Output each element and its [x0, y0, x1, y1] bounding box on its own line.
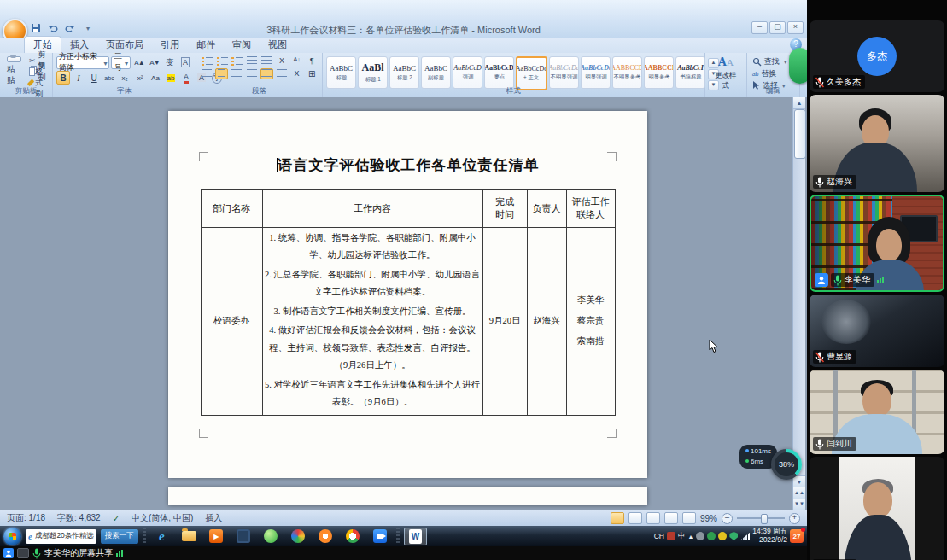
fullscreen-view-button[interactable] [628, 512, 642, 524]
bullets-button[interactable] [200, 55, 213, 67]
participant-tile-active-speaker[interactable]: 李美华 [810, 195, 944, 292]
line-spacing-button[interactable] [275, 68, 289, 79]
calendar-icon[interactable]: 27 [790, 529, 804, 543]
grow-font-button[interactable] [132, 55, 146, 69]
hidden-icons-arrow-icon[interactable]: ▲ [687, 534, 693, 540]
participant-tile[interactable]: 赵海兴 [810, 95, 944, 192]
participant-tile[interactable]: 马占杰 [810, 457, 944, 560]
style-item[interactable]: AaBbCcDd不明显强调 [549, 56, 579, 89]
tray-device-icon[interactable] [696, 532, 704, 540]
style-item[interactable]: AaBbCcI书籍标题 [675, 56, 705, 89]
zoom-out-icon[interactable]: – [722, 513, 733, 524]
participant-tile[interactable]: 曹昱源 [810, 295, 944, 367]
scroll-down-icon[interactable]: ▼ [793, 475, 805, 487]
media-player-taskbar-icon[interactable]: ▶ [205, 528, 228, 545]
asian-layout-button[interactable] [275, 55, 289, 67]
word-count[interactable]: 字数: 4,632 [57, 512, 101, 524]
ie-taskbar-icon[interactable]: e [150, 528, 173, 545]
page-indicator[interactable]: 页面: 1/18 [7, 512, 45, 524]
security-shield-icon[interactable] [729, 532, 738, 540]
video-app-taskbar-icon[interactable] [232, 528, 255, 545]
print-layout-view-button[interactable] [611, 512, 624, 524]
style-item[interactable]: AaBbC副标题 [421, 56, 451, 89]
style-item[interactable]: AaBbCcD强调 [453, 56, 482, 89]
paste-button[interactable]: 粘贴 [3, 55, 25, 87]
subscript-button[interactable] [118, 71, 132, 85]
shrink-font-button[interactable] [148, 55, 161, 69]
cpu-usage-ring[interactable]: 38% [771, 449, 802, 480]
decrease-indent-button[interactable] [245, 55, 259, 67]
font-color-button[interactable] [179, 71, 193, 85]
font-size-select[interactable]: 二号 [111, 56, 131, 69]
align-center-button[interactable] [215, 68, 229, 79]
start-button[interactable] [3, 528, 21, 545]
taskbar-search-input[interactable]: e 成都超20条作精选 [26, 529, 96, 544]
character-border-button[interactable] [178, 55, 192, 69]
insert-mode[interactable]: 插入 [205, 512, 222, 524]
superscript-button[interactable] [133, 71, 147, 85]
maximize-button[interactable]: ▢ [769, 21, 786, 34]
style-item[interactable]: AABBCCI明显参考 [644, 56, 674, 89]
ime-icon[interactable] [667, 532, 675, 540]
scrollbar-thumb[interactable] [794, 109, 806, 159]
document-area[interactable]: 语言文字评估验收工作各单位责任清单 部门名称 工作内容 完成 时间 负责人 评估… [0, 97, 807, 510]
participant-tile[interactable]: 闫到川 [810, 370, 944, 454]
zoom-level[interactable]: 99% [700, 514, 717, 523]
spellcheck-icon[interactable]: ✓ [113, 514, 120, 523]
minimize-button[interactable]: – [751, 21, 768, 34]
highlight-button[interactable] [164, 71, 178, 85]
previous-page-button[interactable]: ▲▲ [793, 487, 805, 499]
tab-mailings[interactable]: 邮件 [188, 37, 224, 53]
underline-button[interactable] [87, 71, 101, 85]
distribute-button[interactable] [260, 68, 274, 79]
bold-button[interactable] [56, 71, 70, 85]
language-indicator[interactable]: 中文(简体, 中国) [132, 512, 193, 524]
close-button[interactable]: × [787, 21, 804, 34]
browser-chrome-taskbar-icon[interactable] [342, 528, 365, 545]
browser-swirl-taskbar-icon[interactable] [287, 528, 310, 545]
show-marks-button[interactable] [305, 55, 319, 67]
outline-view-button[interactable] [664, 512, 678, 524]
style-item[interactable]: AaBbC标题 [326, 56, 356, 89]
tray-green-icon[interactable] [707, 532, 716, 540]
tab-references[interactable]: 引用 [152, 37, 188, 53]
search-button[interactable]: 搜索一下 [101, 529, 138, 544]
phonetic-guide-button[interactable] [163, 55, 177, 69]
multilevel-list-button[interactable] [230, 55, 243, 67]
borders-button[interactable] [305, 68, 319, 79]
shading-button[interactable] [290, 68, 304, 79]
tab-page-layout[interactable]: 页面布局 [97, 37, 152, 53]
floating-assistant-ball[interactable] [789, 48, 807, 84]
italic-button[interactable] [72, 71, 85, 85]
ime-mode-indicator[interactable]: 中 [678, 531, 686, 541]
browser-orange-taskbar-icon[interactable] [314, 528, 337, 545]
zoom-in-icon[interactable]: + [789, 513, 800, 524]
tray-yellow-icon[interactable] [718, 532, 727, 540]
next-page-button[interactable]: ▼▼ [793, 499, 805, 510]
zoom-slider[interactable] [737, 517, 785, 519]
web-layout-view-button[interactable] [646, 512, 660, 524]
increase-indent-button[interactable] [260, 55, 274, 67]
word-taskbar-icon[interactable]: W [404, 528, 427, 545]
style-item[interactable]: AABBCCD不明显参考 [612, 56, 642, 89]
tray-clock[interactable]: 14:39 周五 2022/9/2 [752, 528, 787, 545]
vertical-scrollbar[interactable]: ▲ ▼ ▲▲ ▼▼ [792, 97, 805, 510]
meeting-app-taskbar-icon[interactable] [369, 528, 392, 545]
sort-button[interactable] [290, 55, 304, 67]
zoom-slider-thumb[interactable] [761, 514, 768, 524]
change-styles-button[interactable]: AA 更改样式 [709, 55, 743, 103]
style-item[interactable]: AaBbCcD要点 [484, 56, 514, 89]
justify-button[interactable] [245, 68, 259, 79]
strikethrough-button[interactable] [102, 71, 116, 85]
document-page[interactable]: 语言文字评估验收工作各单位责任清单 部门名称 工作内容 完成 时间 负责人 评估… [168, 111, 647, 478]
style-item[interactable]: AaBbC标题 2 [389, 56, 419, 89]
explorer-taskbar-icon[interactable] [178, 528, 201, 545]
change-case-button[interactable] [149, 71, 162, 85]
align-left-button[interactable] [200, 68, 213, 79]
tab-review[interactable]: 审阅 [224, 37, 260, 53]
font-family-select[interactable]: 方正小标宋简体 [56, 56, 109, 69]
align-right-button[interactable] [230, 68, 243, 79]
style-item-selected[interactable]: AaBbCcDd+ 正文 [516, 56, 547, 90]
ime-indicator[interactable]: CH [654, 532, 664, 540]
tab-view[interactable]: 视图 [260, 37, 295, 53]
